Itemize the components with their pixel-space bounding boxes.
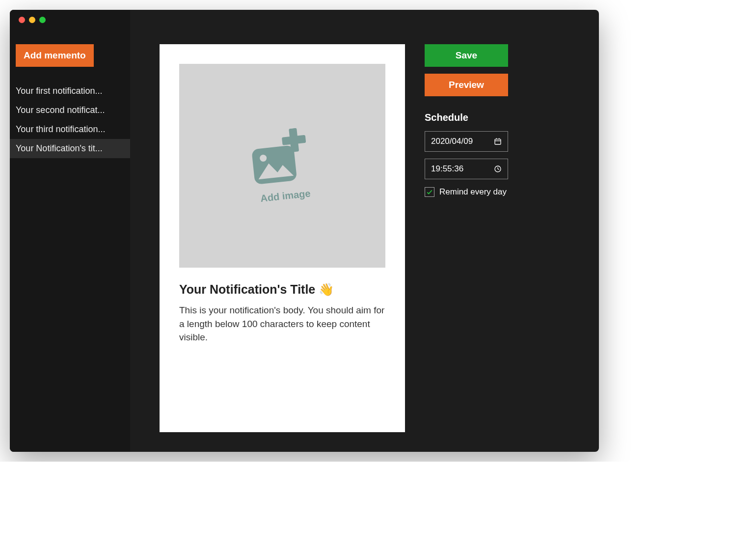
checkmark-icon <box>426 189 433 195</box>
save-button[interactable]: Save <box>425 44 508 67</box>
calendar-icon <box>494 138 502 145</box>
notification-title[interactable]: Your Notification's Title 👋 <box>179 282 385 297</box>
svg-rect-1 <box>282 135 306 145</box>
sidebar-item[interactable]: Your Notification's tit... <box>10 139 130 158</box>
svg-line-10 <box>498 169 499 169</box>
remind-every-day-checkbox[interactable]: Remind every day <box>425 187 508 197</box>
time-input[interactable]: 19:55:36 <box>425 159 508 179</box>
sidebar-item[interactable]: Your first notification... <box>10 82 130 101</box>
notification-body[interactable]: This is your notification's body. You sh… <box>179 304 385 344</box>
date-value: 2020/04/09 <box>431 137 473 146</box>
minimize-icon[interactable] <box>29 17 35 23</box>
sidebar: Add memento Your first notification... Y… <box>10 10 130 452</box>
main-content: Add image Your Notification's Title 👋 Th… <box>130 10 599 452</box>
add-image-icon: Add image <box>247 127 318 205</box>
svg-rect-2 <box>251 145 297 185</box>
sidebar-item[interactable]: Your second notificat... <box>10 101 130 120</box>
remind-every-day-label: Remind every day <box>439 187 507 197</box>
image-upload-area[interactable]: Add image <box>179 64 385 268</box>
time-value: 19:55:36 <box>431 164 463 174</box>
preview-button[interactable]: Preview <box>425 74 508 96</box>
notification-preview-card: Add image Your Notification's Title 👋 Th… <box>160 44 405 432</box>
close-icon[interactable] <box>19 17 25 23</box>
app-window: Add memento Your first notification... Y… <box>10 10 599 452</box>
date-input[interactable]: 2020/04/09 <box>425 131 508 152</box>
add-image-label: Add image <box>260 188 311 204</box>
sidebar-list: Your first notification... Your second n… <box>10 82 130 158</box>
titlebar <box>10 10 599 29</box>
maximize-icon[interactable] <box>39 17 46 23</box>
clock-icon <box>494 165 502 173</box>
schedule-heading: Schedule <box>425 112 508 123</box>
checkbox-box <box>425 187 434 197</box>
svg-rect-4 <box>495 139 501 144</box>
right-panel: Save Preview Schedule 2020/04/09 19:55:3… <box>425 44 508 432</box>
sidebar-item[interactable]: Your third notification... <box>10 120 130 139</box>
add-memento-button[interactable]: Add memento <box>16 44 94 67</box>
